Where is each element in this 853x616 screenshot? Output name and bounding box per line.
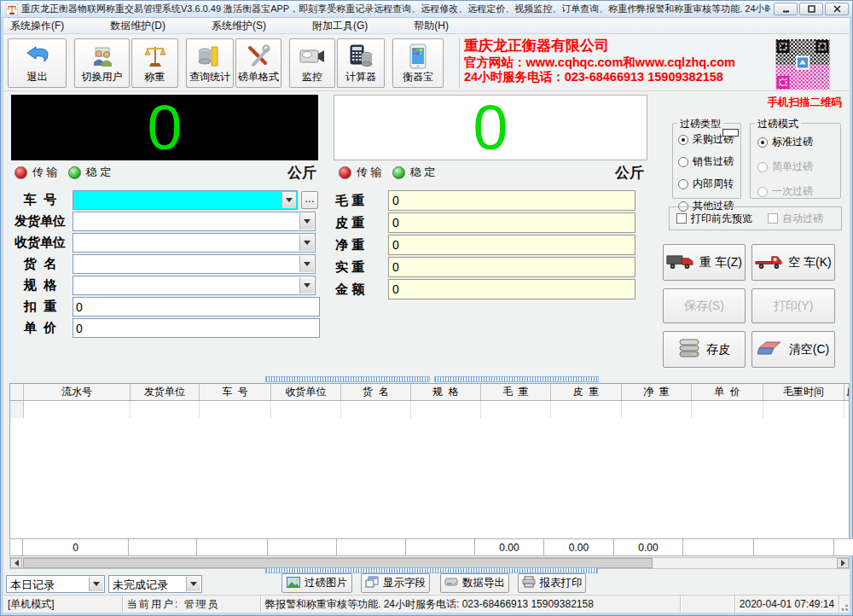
weigh-label: 称重: [145, 70, 165, 84]
summary-gross: 0.00: [474, 538, 544, 556]
exit-arrow-icon: [25, 42, 50, 70]
close-button[interactable]: [825, 3, 849, 15]
grid-filter-strip[interactable]: [265, 376, 430, 382]
print-button[interactable]: 打印(Y): [751, 288, 835, 323]
col-sender[interactable]: 发货单位: [131, 384, 200, 400]
empty-truck-icon: [755, 253, 782, 272]
weigh-type-mini-button[interactable]: [722, 129, 739, 137]
chevron-down-icon[interactable]: [299, 235, 314, 251]
chevron-down-icon[interactable]: [89, 577, 103, 591]
save-button[interactable]: 保存(S): [663, 288, 746, 323]
scroll-right-icon[interactable]: [837, 558, 849, 568]
report-print-button[interactable]: 报表打印: [518, 573, 586, 593]
weigh-mode-standard[interactable]: 标准过磅: [757, 135, 813, 149]
show-fields-button[interactable]: 显示字段: [361, 573, 430, 593]
auto-weigh-checkbox[interactable]: 自动过磅: [768, 212, 823, 226]
record-status-combo[interactable]: 未完成记录: [108, 575, 202, 593]
switch-user-button[interactable]: 切换用户: [74, 38, 130, 88]
minimize-button[interactable]: [774, 3, 798, 15]
price-input[interactable]: [73, 318, 320, 338]
menu-maintenance[interactable]: 系统维护(S): [212, 19, 266, 33]
chevron-down-icon[interactable]: [299, 213, 314, 230]
weigh-type-sale[interactable]: 销售过磅: [678, 154, 734, 169]
gross-input[interactable]: [388, 190, 635, 211]
col-plate[interactable]: 车 号: [200, 384, 271, 400]
chevron-down-icon[interactable]: [186, 577, 200, 591]
scale-display-left: 0: [11, 95, 318, 160]
scale-app-button[interactable]: 衡器宝: [392, 38, 444, 88]
col-price[interactable]: 单 价: [692, 384, 763, 400]
status-datetime: 2020-04-01 07:49:14: [735, 596, 839, 613]
goods-combo[interactable]: [73, 254, 316, 274]
grid-filter-strip[interactable]: [434, 376, 599, 382]
col-tare[interactable]: 皮 重: [551, 384, 622, 400]
sender-combo[interactable]: [73, 212, 316, 231]
net-input[interactable]: [388, 235, 635, 255]
sender-row: 发货单位: [8, 212, 316, 231]
tools-icon: [247, 42, 270, 70]
monitor-button[interactable]: 监控: [289, 38, 335, 88]
plate-more-button[interactable]: …: [301, 191, 318, 209]
menu-tools[interactable]: 附加工具(G): [312, 19, 368, 33]
plate-label: 车 号: [8, 192, 73, 208]
chevron-down-icon[interactable]: [281, 192, 296, 208]
plate-combo[interactable]: [73, 190, 298, 210]
chevron-down-icon[interactable]: [299, 277, 314, 293]
price-label: 单 价: [8, 320, 73, 336]
receiver-combo[interactable]: [73, 233, 316, 253]
menu-data[interactable]: 数据维护(D): [110, 19, 165, 33]
col-gross[interactable]: 毛 重: [481, 384, 551, 400]
spec-combo[interactable]: [73, 276, 316, 295]
titlebar: 重庆龙正衡器物联网称重交易管理系统V3.6.0.49 激活衡器宝APP，即刻享受…: [1, 1, 852, 18]
ticket-format-button[interactable]: 磅单格式: [235, 38, 281, 88]
col-serial[interactable]: 流水号: [24, 384, 131, 400]
col-gross-time[interactable]: 毛重时间: [763, 384, 844, 400]
grid-filter-strip[interactable]: [265, 567, 598, 573]
radio-icon: [678, 157, 688, 167]
weigh-type-internal[interactable]: 内部周转: [678, 177, 734, 191]
weigh-type-title: 过磅类型: [677, 117, 723, 131]
col-spec[interactable]: 规 格: [411, 384, 481, 400]
amount-input[interactable]: [388, 279, 635, 299]
col-goods[interactable]: 货 名: [341, 384, 411, 400]
stable-label: 稳 定: [410, 165, 436, 180]
radio-disabled-icon: [757, 162, 768, 172]
actual-label: 实 重: [335, 259, 388, 276]
scroll-left-icon[interactable]: [10, 558, 22, 568]
weigh-button[interactable]: 称重: [131, 38, 178, 88]
save-tare-button[interactable]: 存皮: [663, 331, 746, 368]
summary-serial: 0: [22, 538, 129, 556]
calculator-button[interactable]: 计算器: [337, 38, 385, 88]
weigh-photos-button[interactable]: 过磅图片: [281, 573, 352, 593]
weigh-mode-simple[interactable]: 简单过磅: [757, 160, 813, 174]
resize-grip[interactable]: [838, 601, 849, 612]
col-tare-time[interactable]: 皮重时间: [844, 384, 850, 400]
plate-row: 车 号 …: [8, 190, 318, 210]
menu-help[interactable]: 帮助(H): [414, 19, 449, 33]
radio-selected-icon: [757, 137, 768, 148]
deduct-input[interactable]: [73, 297, 320, 317]
exit-button[interactable]: 退出: [8, 38, 67, 88]
menu-system[interactable]: 系统操作(F): [10, 19, 64, 33]
tare-input[interactable]: [388, 212, 635, 233]
record-range-combo[interactable]: 本日记录: [6, 575, 105, 593]
weigh-mode-once[interactable]: 一次过磅: [757, 184, 813, 199]
gross-label: 毛 重: [335, 193, 388, 209]
stable-led-icon: [68, 166, 81, 179]
tare-label: 皮 重: [335, 215, 388, 231]
net-label: 净 重: [335, 237, 388, 253]
loaded-truck-button[interactable]: 重 车(Z): [663, 244, 746, 281]
preview-before-print-checkbox[interactable]: 打印前先预览: [676, 212, 752, 226]
clear-button[interactable]: 清空(C): [751, 331, 835, 368]
empty-truck-button[interactable]: 空 车(K): [751, 244, 835, 281]
col-receiver[interactable]: 收货单位: [271, 384, 341, 400]
actual-input[interactable]: [388, 257, 635, 277]
col-net[interactable]: 净 重: [622, 384, 692, 400]
maximize-button[interactable]: [799, 3, 823, 15]
chevron-down-icon[interactable]: [299, 256, 314, 272]
data-export-button[interactable]: 数据导出: [440, 573, 509, 593]
goods-row: 货 名: [8, 254, 316, 274]
led-row-left: 传 输 稳 定 公斤: [15, 163, 316, 182]
query-stats-button[interactable]: 查询统计: [186, 38, 234, 88]
checkbox-disabled-icon: [768, 213, 778, 224]
